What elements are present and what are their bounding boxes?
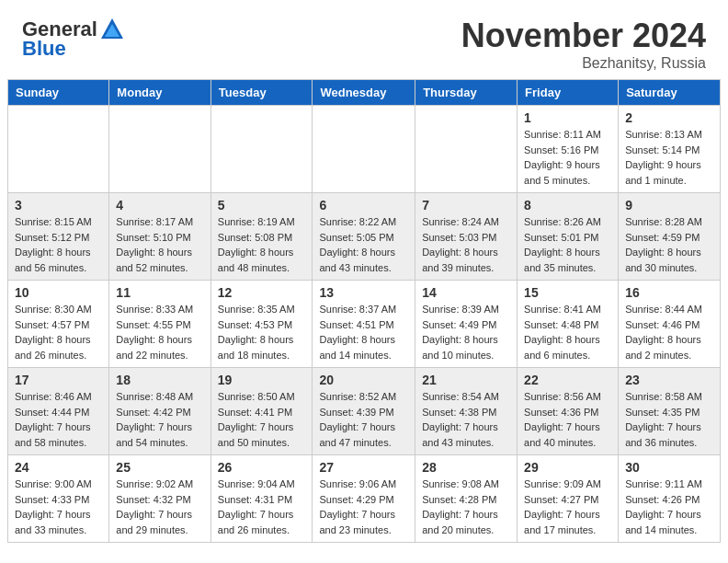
day-info: Sunrise: 9:00 AM Sunset: 4:33 PM Dayligh…: [15, 477, 102, 537]
day-info: Sunrise: 8:56 AM Sunset: 4:36 PM Dayligh…: [524, 389, 611, 450]
day-number: 7: [422, 198, 510, 213]
day-number: 11: [116, 285, 203, 300]
day-number: 14: [422, 285, 510, 300]
location: Bezhanitsy, Russia: [461, 55, 706, 72]
day-info: Sunrise: 9:04 AM Sunset: 4:31 PM Dayligh…: [218, 477, 306, 537]
day-info: Sunrise: 8:26 AM Sunset: 5:01 PM Dayligh…: [524, 214, 611, 275]
calendar-cell: 2Sunrise: 8:13 AM Sunset: 5:14 PM Daylig…: [619, 106, 721, 193]
calendar-cell: 30Sunrise: 9:11 AM Sunset: 4:26 PM Dayli…: [619, 455, 721, 543]
calendar-cell: 1Sunrise: 8:11 AM Sunset: 5:16 PM Daylig…: [518, 106, 619, 193]
day-info: Sunrise: 8:30 AM Sunset: 4:57 PM Dayligh…: [15, 302, 102, 362]
calendar-cell: 16Sunrise: 8:44 AM Sunset: 4:46 PM Dayli…: [619, 281, 721, 368]
calendar-cell: [415, 106, 518, 193]
logo: General Blue: [22, 17, 125, 61]
day-number: 23: [625, 373, 713, 387]
calendar-cell: 21Sunrise: 8:54 AM Sunset: 4:38 PM Dayli…: [415, 368, 518, 455]
calendar-wrapper: SundayMondayTuesdayWednesdayThursdayFrid…: [0, 79, 728, 550]
day-info: Sunrise: 9:06 AM Sunset: 4:29 PM Dayligh…: [319, 477, 408, 537]
day-info: Sunrise: 8:46 AM Sunset: 4:44 PM Dayligh…: [15, 389, 102, 450]
day-number: 22: [524, 373, 611, 387]
calendar-cell: 3Sunrise: 8:15 AM Sunset: 5:12 PM Daylig…: [8, 193, 109, 281]
day-info: Sunrise: 8:39 AM Sunset: 4:49 PM Dayligh…: [422, 302, 510, 362]
calendar-cell: [210, 106, 313, 193]
day-number: 28: [422, 460, 510, 475]
day-number: 6: [319, 198, 408, 213]
calendar-week-row: 1Sunrise: 8:11 AM Sunset: 5:16 PM Daylig…: [8, 106, 721, 193]
calendar-week-row: 3Sunrise: 8:15 AM Sunset: 5:12 PM Daylig…: [8, 193, 721, 281]
day-number: 9: [625, 198, 713, 213]
day-number: 5: [218, 198, 306, 213]
day-info: Sunrise: 8:11 AM Sunset: 5:16 PM Dayligh…: [524, 127, 611, 188]
day-number: 18: [116, 373, 203, 387]
calendar-header-wednesday: Wednesday: [313, 80, 415, 106]
calendar-cell: 20Sunrise: 8:52 AM Sunset: 4:39 PM Dayli…: [313, 368, 415, 455]
calendar-cell: 22Sunrise: 8:56 AM Sunset: 4:36 PM Dayli…: [518, 368, 619, 455]
day-info: Sunrise: 8:15 AM Sunset: 5:12 PM Dayligh…: [15, 214, 102, 275]
day-number: 26: [218, 460, 306, 475]
day-info: Sunrise: 8:28 AM Sunset: 4:59 PM Dayligh…: [625, 214, 713, 275]
calendar-cell: 18Sunrise: 8:48 AM Sunset: 4:42 PM Dayli…: [109, 368, 210, 455]
day-number: 3: [15, 198, 102, 213]
day-number: 29: [524, 460, 611, 475]
day-info: Sunrise: 8:44 AM Sunset: 4:46 PM Dayligh…: [625, 302, 713, 362]
calendar-cell: 8Sunrise: 8:26 AM Sunset: 5:01 PM Daylig…: [518, 193, 619, 281]
day-number: 21: [422, 373, 510, 387]
day-info: Sunrise: 8:52 AM Sunset: 4:39 PM Dayligh…: [319, 389, 408, 450]
day-info: Sunrise: 8:50 AM Sunset: 4:41 PM Dayligh…: [218, 389, 306, 450]
calendar-cell: 9Sunrise: 8:28 AM Sunset: 4:59 PM Daylig…: [619, 193, 721, 281]
calendar-cell: 12Sunrise: 8:35 AM Sunset: 4:53 PM Dayli…: [210, 281, 313, 368]
title-area: November 2024 Bezhanitsy, Russia: [461, 17, 706, 72]
calendar-cell: 27Sunrise: 9:06 AM Sunset: 4:29 PM Dayli…: [313, 455, 415, 543]
day-number: 10: [15, 285, 102, 300]
day-info: Sunrise: 8:48 AM Sunset: 4:42 PM Dayligh…: [116, 389, 203, 450]
calendar-cell: 6Sunrise: 8:22 AM Sunset: 5:05 PM Daylig…: [313, 193, 415, 281]
calendar-week-row: 24Sunrise: 9:00 AM Sunset: 4:33 PM Dayli…: [8, 455, 721, 543]
page-header: General Blue November 2024 Bezhanitsy, R…: [0, 0, 728, 79]
calendar-cell: 10Sunrise: 8:30 AM Sunset: 4:57 PM Dayli…: [8, 281, 109, 368]
calendar-week-row: 10Sunrise: 8:30 AM Sunset: 4:57 PM Dayli…: [8, 281, 721, 368]
calendar-table: SundayMondayTuesdayWednesdayThursdayFrid…: [7, 79, 721, 543]
day-number: 24: [15, 460, 102, 475]
day-number: 4: [116, 198, 203, 213]
day-info: Sunrise: 8:19 AM Sunset: 5:08 PM Dayligh…: [218, 214, 306, 275]
calendar-header-sunday: Sunday: [8, 80, 109, 106]
day-number: 27: [319, 460, 408, 475]
calendar-cell: 4Sunrise: 8:17 AM Sunset: 5:10 PM Daylig…: [109, 193, 210, 281]
calendar-cell: 15Sunrise: 8:41 AM Sunset: 4:48 PM Dayli…: [518, 281, 619, 368]
calendar-cell: 26Sunrise: 9:04 AM Sunset: 4:31 PM Dayli…: [210, 455, 313, 543]
day-info: Sunrise: 8:54 AM Sunset: 4:38 PM Dayligh…: [422, 389, 510, 450]
calendar-cell: 29Sunrise: 9:09 AM Sunset: 4:27 PM Dayli…: [518, 455, 619, 543]
day-info: Sunrise: 8:41 AM Sunset: 4:48 PM Dayligh…: [524, 302, 611, 362]
day-number: 16: [625, 285, 713, 300]
logo-blue: Blue: [22, 37, 125, 61]
calendar-cell: 23Sunrise: 8:58 AM Sunset: 4:35 PM Dayli…: [619, 368, 721, 455]
calendar-cell: [313, 106, 415, 193]
day-info: Sunrise: 8:37 AM Sunset: 4:51 PM Dayligh…: [319, 302, 408, 362]
day-number: 2: [625, 110, 713, 125]
day-number: 13: [319, 285, 408, 300]
day-number: 15: [524, 285, 611, 300]
day-info: Sunrise: 9:11 AM Sunset: 4:26 PM Dayligh…: [625, 477, 713, 537]
calendar-cell: 17Sunrise: 8:46 AM Sunset: 4:44 PM Dayli…: [8, 368, 109, 455]
calendar-cell: 24Sunrise: 9:00 AM Sunset: 4:33 PM Dayli…: [8, 455, 109, 543]
day-number: 12: [218, 285, 306, 300]
calendar-header-saturday: Saturday: [619, 80, 721, 106]
calendar-cell: [109, 106, 210, 193]
calendar-cell: 14Sunrise: 8:39 AM Sunset: 4:49 PM Dayli…: [415, 281, 518, 368]
calendar-cell: 11Sunrise: 8:33 AM Sunset: 4:55 PM Dayli…: [109, 281, 210, 368]
calendar-header-thursday: Thursday: [415, 80, 518, 106]
day-number: 19: [218, 373, 306, 387]
day-info: Sunrise: 8:35 AM Sunset: 4:53 PM Dayligh…: [218, 302, 306, 362]
day-number: 17: [15, 373, 102, 387]
calendar-header-tuesday: Tuesday: [210, 80, 313, 106]
day-number: 25: [116, 460, 203, 475]
calendar-cell: 13Sunrise: 8:37 AM Sunset: 4:51 PM Dayli…: [313, 281, 415, 368]
day-info: Sunrise: 8:13 AM Sunset: 5:14 PM Dayligh…: [625, 127, 713, 188]
calendar-cell: 25Sunrise: 9:02 AM Sunset: 4:32 PM Dayli…: [109, 455, 210, 543]
calendar-cell: [8, 106, 109, 193]
day-number: 1: [524, 110, 611, 125]
day-number: 20: [319, 373, 408, 387]
calendar-cell: 7Sunrise: 8:24 AM Sunset: 5:03 PM Daylig…: [415, 193, 518, 281]
month-title: November 2024: [461, 17, 706, 55]
calendar-header-monday: Monday: [109, 80, 210, 106]
